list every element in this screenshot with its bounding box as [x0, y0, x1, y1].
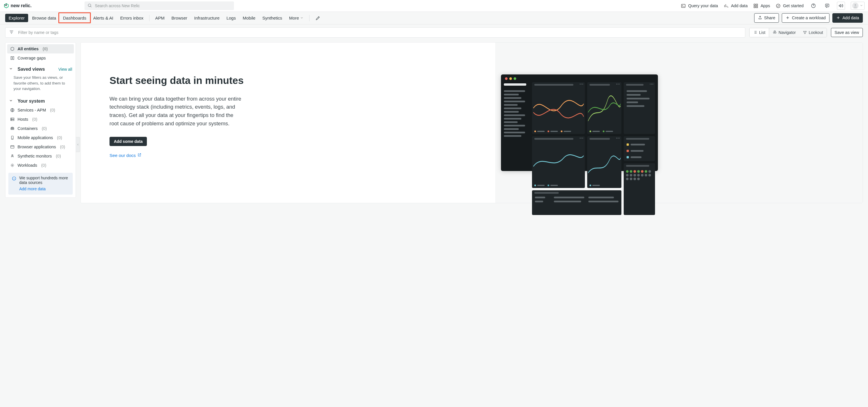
saved-views-title: Saved views [18, 67, 45, 72]
apps-button[interactable]: Apps [753, 3, 770, 8]
svg-point-0 [88, 4, 91, 6]
plus-icon [836, 15, 840, 21]
get-started-button[interactable]: Get started [776, 3, 804, 8]
svg-point-20 [11, 120, 11, 120]
grid-icon [753, 3, 758, 8]
sidebar-services-apm[interactable]: Services - APM (0) [7, 105, 74, 115]
nav-logs[interactable]: Logs [224, 14, 239, 22]
search-icon [87, 3, 92, 9]
svg-point-10 [855, 4, 856, 6]
nav-alerts-ai[interactable]: Alerts & AI [90, 14, 116, 22]
svg-point-26 [12, 165, 13, 166]
sidebar-hosts[interactable]: Hosts (0) [7, 115, 74, 124]
avatar-icon [852, 3, 859, 9]
external-link-icon [137, 153, 142, 158]
see-docs-link[interactable]: See our docs [110, 153, 142, 158]
svg-rect-2 [681, 4, 685, 7]
view-lookout[interactable]: Lookout [799, 28, 827, 37]
svg-rect-24 [11, 146, 14, 148]
svg-rect-3 [754, 4, 755, 5]
nav-divider [149, 15, 150, 21]
svg-point-19 [11, 118, 11, 119]
svg-point-23 [12, 138, 12, 139]
sidebar-all-entities[interactable]: All entities (0) [7, 44, 74, 54]
hero-title: Start seeing data in minutes [110, 74, 469, 87]
share-button[interactable]: Share [754, 13, 779, 23]
filter-bar[interactable] [5, 27, 745, 38]
sidebar-containers[interactable]: Containers (0) [7, 124, 74, 133]
hero-body: We can bring your data together from acr… [110, 95, 242, 128]
sidebar-mobile-apps[interactable]: Mobile applications (0) [7, 133, 74, 142]
chevron-down-icon[interactable] [9, 99, 13, 104]
svg-point-13 [804, 32, 805, 34]
feedback-icon[interactable] [823, 2, 831, 10]
nav-explorer[interactable]: Explorer [5, 14, 28, 22]
svg-point-25 [12, 154, 13, 156]
create-workload-button[interactable]: Create a workload [782, 13, 830, 23]
add-data-top-button[interactable]: Add data [724, 3, 748, 8]
svg-rect-4 [756, 4, 757, 5]
svg-rect-15 [13, 57, 14, 60]
svg-point-12 [805, 31, 806, 32]
add-more-data-link[interactable]: Add more data [19, 187, 69, 191]
sidebar-collapse-handle[interactable] [76, 137, 80, 152]
svg-rect-5 [754, 6, 755, 7]
save-view-button[interactable]: Save as view [831, 28, 863, 37]
share-icon [758, 15, 762, 21]
user-menu[interactable] [851, 2, 865, 10]
sidebar-browser-apps[interactable]: Browser applications (0) [7, 142, 74, 152]
filter-icon [9, 30, 14, 36]
view-list[interactable]: List [750, 28, 769, 37]
view-all-link[interactable]: View all [58, 67, 72, 71]
saved-views-help: Save your filters as views, or favorite … [7, 73, 74, 95]
info-icon [12, 176, 17, 181]
nav-browse-data[interactable]: Browse data [29, 14, 59, 22]
nav-errors-inbox[interactable]: Errors inbox [117, 14, 146, 22]
nav-mobile[interactable]: Mobile [240, 14, 258, 22]
check-circle-icon [776, 3, 781, 8]
brand-name: new relic. [11, 3, 32, 8]
announce-icon[interactable] [837, 2, 845, 10]
sidebar: All entities (0) Coverage gaps Saved vie… [5, 42, 76, 198]
chevron-down-icon [300, 16, 304, 20]
hex-icon [773, 30, 777, 35]
nav-browser[interactable]: Browser [169, 14, 190, 22]
chart-plus-icon [724, 3, 728, 8]
edit-nav-icon[interactable] [315, 15, 320, 21]
hero-illustration [495, 42, 863, 203]
terminal-icon [681, 3, 686, 8]
main-panel: Start seeing data in minutes We can brin… [81, 42, 863, 203]
nav-synthetics[interactable]: Synthetics [259, 14, 285, 22]
global-search[interactable] [85, 1, 234, 10]
query-data-button[interactable]: Query your data [681, 3, 718, 8]
info-box: We support hundreds more data sources Ad… [8, 173, 73, 195]
svg-line-1 [91, 6, 91, 7]
nav-infrastructure[interactable]: Infrastructure [191, 14, 222, 22]
add-some-data-button[interactable]: Add some data [110, 137, 147, 146]
nav-divider [309, 15, 310, 21]
circles-icon [803, 30, 807, 35]
sidebar-workloads[interactable]: Workloads (0) [7, 161, 74, 170]
nav-dashboards[interactable]: Dashboards [60, 14, 89, 22]
plus-icon [785, 15, 790, 21]
list-icon [753, 30, 757, 35]
search-input[interactable] [94, 3, 231, 8]
brand-icon [4, 3, 9, 8]
svg-point-7 [776, 4, 780, 8]
your-system-title: Your system [18, 99, 45, 104]
svg-point-11 [803, 31, 804, 32]
sidebar-synthetic-monitors[interactable]: Synthetic monitors (0) [7, 152, 74, 161]
add-data-nav-button[interactable]: Add data [832, 13, 863, 23]
brand-logo[interactable]: new relic. [2, 3, 32, 8]
nav-apm[interactable]: APM [152, 14, 167, 22]
help-icon[interactable] [809, 2, 817, 10]
sidebar-coverage-gaps[interactable]: Coverage gaps [7, 54, 74, 63]
svg-rect-14 [11, 57, 12, 60]
chevron-down-icon [860, 3, 863, 8]
svg-rect-9 [826, 4, 829, 7]
svg-rect-6 [756, 6, 757, 7]
filter-input[interactable] [18, 30, 742, 35]
view-navigator[interactable]: Navigator [769, 28, 799, 37]
chevron-down-icon[interactable] [9, 67, 13, 72]
nav-more[interactable]: More [286, 14, 306, 22]
